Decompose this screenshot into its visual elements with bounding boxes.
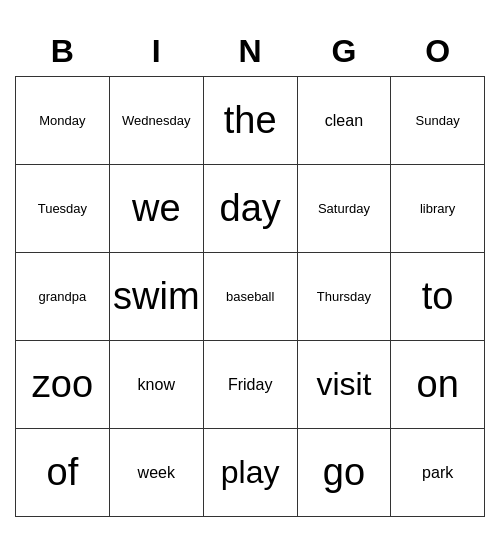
bingo-row-0: MondayWednesdaythecleanSunday [16, 77, 485, 165]
cell-0-3: clean [297, 77, 391, 165]
cell-3-1: know [109, 341, 203, 429]
cell-2-2: baseball [203, 253, 297, 341]
cell-2-0: grandpa [16, 253, 110, 341]
cell-4-2: play [203, 429, 297, 517]
cell-0-2: the [203, 77, 297, 165]
cell-4-1: week [109, 429, 203, 517]
cell-4-4: park [391, 429, 485, 517]
header-letter-i: I [109, 27, 203, 77]
cell-3-2: Friday [203, 341, 297, 429]
cell-0-1: Wednesday [109, 77, 203, 165]
cell-1-4: library [391, 165, 485, 253]
bingo-row-2: grandpaswimbaseballThursdayto [16, 253, 485, 341]
header-letter-n: N [203, 27, 297, 77]
header-letter-o: O [391, 27, 485, 77]
bingo-row-1: TuesdaywedaySaturdaylibrary [16, 165, 485, 253]
cell-1-2: day [203, 165, 297, 253]
bingo-row-4: ofweekplaygopark [16, 429, 485, 517]
cell-0-0: Monday [16, 77, 110, 165]
cell-3-3: visit [297, 341, 391, 429]
cell-1-1: we [109, 165, 203, 253]
cell-2-4: to [391, 253, 485, 341]
cell-4-3: go [297, 429, 391, 517]
cell-1-0: Tuesday [16, 165, 110, 253]
bingo-card: BINGO MondayWednesdaythecleanSundayTuesd… [15, 27, 485, 518]
cell-2-1: swim [109, 253, 203, 341]
cell-0-4: Sunday [391, 77, 485, 165]
cell-2-3: Thursday [297, 253, 391, 341]
cell-1-3: Saturday [297, 165, 391, 253]
header-letter-b: B [16, 27, 110, 77]
cell-4-0: of [16, 429, 110, 517]
bingo-row-3: zooknowFridayvisiton [16, 341, 485, 429]
cell-3-4: on [391, 341, 485, 429]
header-letter-g: G [297, 27, 391, 77]
cell-3-0: zoo [16, 341, 110, 429]
